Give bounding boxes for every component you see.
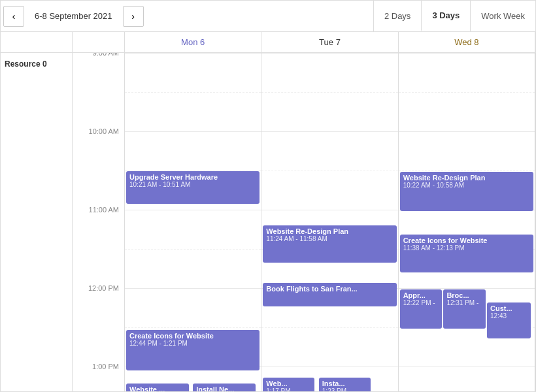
calendar-event[interactable]: Website Re-Design Plan10:22 AM - 10:58 A… (400, 172, 533, 211)
calendar-event[interactable]: Appr...12:22 PM - (400, 289, 443, 329)
time-label: 12:00 PM (88, 284, 119, 292)
day-column-tue: Website Re-Design Plan11:24 AM - 11:58 A… (261, 53, 398, 391)
time-gutter-header (73, 32, 125, 52)
hour-line (261, 210, 397, 210)
calendar-event[interactable]: Insta...1:23 PM (319, 378, 371, 391)
grid-scroll[interactable]: 9:00 AM10:00 AM11:00 AM12:00 PM1:00 PM2:… (73, 53, 535, 391)
next-button[interactable]: › (123, 6, 144, 27)
resource-column: Resource 0 (1, 53, 73, 391)
calendar-event[interactable]: Create Icons for Website11:38 AM - 12:13… (400, 235, 533, 272)
event-time: 12:22 PM - (403, 299, 439, 306)
view-tabs: 2 Days 3 Days Work Week (373, 1, 535, 31)
day-header-row: Mon 6 Tue 7 Wed 8 (1, 32, 535, 53)
calendar-event[interactable]: Cust...12:43 (487, 302, 531, 338)
half-hour-line (399, 92, 535, 93)
main-grid: Resource 0 9:00 AM10:00 AM11:00 AM12:00 … (1, 53, 535, 391)
hour-line (261, 131, 397, 132)
half-hour-line (125, 249, 261, 250)
half-hour-line (261, 327, 397, 328)
event-title: Create Icons for Website (129, 332, 256, 340)
day-column-wed: Website Re-Design Plan10:22 AM - 10:58 A… (399, 53, 535, 391)
event-title: Insta... (322, 380, 367, 387)
time-label: 11:00 AM (89, 206, 119, 214)
hour-line (399, 367, 535, 367)
calendar-event[interactable]: Web...1:17 PM (263, 378, 314, 391)
tab-3days[interactable]: 3 Days (421, 1, 470, 31)
calendar-event[interactable]: Install Ne...1:30 PM - 2:00 (193, 384, 256, 391)
event-title: Website Re-Design Plan (266, 227, 393, 235)
event-time: 12:44 PM - 1:21 PM (129, 340, 256, 347)
half-hour-line (399, 171, 535, 171)
event-title: Cust... (490, 304, 528, 312)
hour-line (261, 53, 397, 54)
event-title: Broc... (446, 291, 482, 299)
hour-line (399, 288, 535, 289)
half-hour-line (261, 171, 397, 171)
event-title: Appr... (403, 291, 439, 299)
event-title: Install Ne... (196, 385, 252, 391)
calendar-app: ‹ 6-8 September 2021 › 2 Days 3 Days Wor… (0, 0, 536, 392)
hour-line (399, 53, 535, 54)
hour-line (125, 288, 261, 289)
time-gutter: 9:00 AM10:00 AM11:00 AM12:00 PM1:00 PM2:… (73, 53, 125, 391)
hour-line (399, 131, 535, 132)
tab-2days[interactable]: 2 Days (373, 1, 421, 31)
event-time: 12:31 PM - (446, 299, 482, 306)
event-time: 11:38 AM - 12:13 PM (403, 244, 530, 252)
event-title: Create Icons for Website (403, 237, 530, 244)
day-header-mon: Mon 6 (125, 32, 261, 52)
event-title: Upgrade Server Hardware (129, 173, 256, 181)
half-hour-line (125, 92, 261, 93)
resource-label: Resource 0 (5, 59, 47, 69)
hour-line (261, 367, 397, 367)
event-time: 10:21 AM - 10:51 AM (129, 181, 256, 188)
time-label: 9:00 AM (93, 53, 119, 57)
day-header-tue: Tue 7 (261, 32, 398, 52)
event-time: 1:23 PM (322, 387, 367, 391)
hour-line (125, 131, 261, 132)
half-hour-line (261, 92, 397, 93)
calendar-event[interactable]: Website ...1:26 PM - 1:53 (126, 384, 189, 391)
event-time: 1:17 PM (266, 387, 311, 391)
event-time: 12:43 (490, 312, 528, 319)
event-time: 11:24 AM - 11:58 AM (266, 235, 393, 242)
calendar-event[interactable]: Website Re-Design Plan11:24 AM - 11:58 A… (263, 225, 396, 263)
calendar-event[interactable]: Upgrade Server Hardware10:21 AM - 10:51 … (126, 171, 260, 204)
event-title: Website ... (129, 385, 186, 391)
prev-button[interactable]: ‹ (3, 6, 24, 27)
resource-label-header (1, 32, 73, 52)
event-time: 10:22 AM - 10:58 AM (403, 182, 530, 189)
event-title: Web... (266, 380, 311, 387)
tab-workweek[interactable]: Work Week (470, 1, 535, 31)
day-column-mon: Upgrade Server Hardware10:21 AM - 10:51 … (125, 53, 261, 391)
calendar-event[interactable]: Create Icons for Website12:44 PM - 1:21 … (126, 330, 260, 370)
half-hour-line (125, 327, 261, 328)
event-title: Book Flights to San Fran... (266, 285, 393, 293)
hour-line (125, 210, 261, 210)
time-label: 10:00 AM (89, 127, 119, 135)
day-header-wed: Wed 8 (399, 32, 535, 52)
header-bar: ‹ 6-8 September 2021 › 2 Days 3 Days Wor… (1, 1, 535, 32)
date-range-label: 6-8 September 2021 (27, 11, 120, 21)
time-label: 1:00 PM (92, 363, 119, 370)
days-area: Upgrade Server Hardware10:21 AM - 10:51 … (125, 53, 535, 391)
calendar-event[interactable]: Broc...12:31 PM - (443, 289, 486, 329)
calendar-event[interactable]: Book Flights to San Fran... (263, 283, 396, 306)
hour-line (125, 53, 261, 54)
event-title: Website Re-Design Plan (403, 174, 530, 182)
